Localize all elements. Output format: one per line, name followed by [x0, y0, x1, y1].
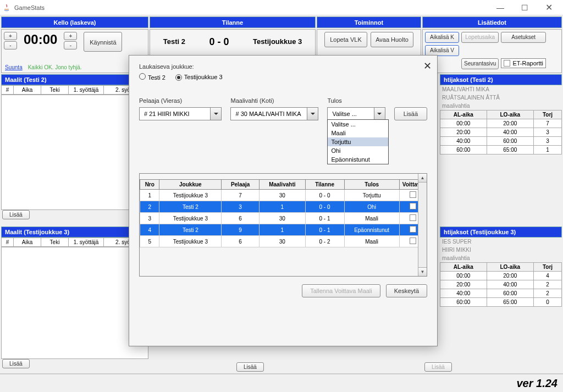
clock-plus-right[interactable]: + — [64, 32, 77, 40]
dropdown-option[interactable]: Maali — [328, 129, 388, 137]
mvj-away-table: AL-aikaLO-aikaTorj 00:0020:004 20:0040:0… — [440, 262, 562, 307]
direction-link[interactable]: Suunta — [5, 64, 23, 70]
aikalisa-k-button[interactable]: Aikalisä K — [425, 32, 459, 43]
voittava-checkbox[interactable] — [410, 238, 416, 244]
goals-home-cols: # Aika Teki 1. syöttäjä 2. syöttä — [1, 85, 148, 95]
seurantasivu-button[interactable]: Seurantasivu — [461, 58, 499, 69]
dropdown-option[interactable]: Torjuttu — [328, 137, 388, 146]
table-row[interactable]: 2Testi 2310 - 0Ohi — [140, 201, 427, 213]
clock-minus-left[interactable]: - — [4, 41, 17, 49]
minimize-button[interactable]: — — [488, 0, 512, 15]
mvj-home-box: htijaksot (Testi 2) MAALIVAHTI MIKA RUÅT… — [440, 74, 562, 154]
close-button[interactable]: ✕ — [537, 0, 561, 15]
dropdown-option[interactable]: Ohi — [328, 146, 388, 155]
shots-table: Nro Joukkue Pelaaja Maalivahti Tilanne T… — [140, 179, 427, 247]
modal-lisaa-button[interactable]: Lisää — [394, 107, 427, 120]
goals-away-box: Maalit (Testijoukkue 3) # Aika Teki 1. s… — [1, 227, 148, 368]
scroll-down-icon[interactable]: ▼ — [418, 267, 427, 276]
shots-table-wrap: Nro Joukkue Pelaaja Maalivahti Tilanne T… — [139, 173, 427, 277]
tallenna-button[interactable]: Tallenna Voittava Maali — [302, 284, 380, 297]
table-row[interactable]: 3Testijoukkue 36300 - 1Maali — [140, 213, 427, 224]
java-icon — [2, 3, 11, 12]
voittava-checkbox[interactable] — [410, 226, 416, 233]
radio-testi2[interactable]: Testi 2 — [139, 73, 165, 81]
table-row[interactable]: 1Testijoukkue 37300 - 0Torjuttu — [140, 190, 427, 201]
maximize-button[interactable]: ☐ — [512, 0, 537, 15]
dropdown-option[interactable]: Valitse ... — [328, 120, 388, 129]
score: 0 - 0 — [209, 32, 229, 48]
voittava-checkbox[interactable] — [410, 203, 416, 209]
bottom-lisaa-center[interactable]: Lisää — [236, 362, 264, 372]
mvj-away-box: htijaksot (Testijoukkue 3) IES SUPER HII… — [440, 227, 562, 307]
lisatiedot-header: Lisätiedot — [422, 16, 562, 28]
toiminnot-header: Toiminnot — [317, 16, 421, 28]
lopetusaika-button[interactable]: Lopetusaika — [461, 32, 499, 43]
chevron-down-icon[interactable] — [374, 108, 385, 120]
table-row[interactable]: 5Testijoukkue 36300 - 2Maali — [140, 236, 427, 247]
mvj-home-header: htijaksot (Testi 2) — [440, 74, 562, 85]
clock-plus-left[interactable]: + — [4, 32, 17, 40]
goals-home-header: Maalit (Testi 2) — [1, 74, 148, 85]
clock-panel: + - 00:00 + - Käynnistä Suunta Kaikki OK… — [1, 29, 148, 73]
clock-minus-right[interactable]: - — [64, 41, 77, 49]
chevron-down-icon[interactable] — [210, 108, 221, 120]
aikalisa-v-button[interactable]: Aikalisä V — [425, 45, 459, 56]
tulos-dropdown[interactable]: Valitse ... Maali Torjuttu Ohi Epäonnist… — [327, 119, 389, 164]
away-team: Testijoukkue 3 — [253, 32, 302, 46]
tilanne-header: Tilanne — [150, 16, 316, 28]
avaa-huolto-button[interactable]: Avaa Huolto — [371, 32, 413, 47]
scroll-up-icon[interactable]: ▲ — [418, 174, 427, 183]
laukaiseva-label: Laukaiseva joukkue: — [139, 63, 427, 70]
goals-home-lisaa[interactable]: Lisää — [2, 210, 30, 219]
dropdown-option[interactable]: Epäonnistunut — [328, 155, 388, 164]
dialog-close-icon[interactable]: ✕ — [423, 60, 432, 72]
lisatiedot-panel: Aikalisä K Aikalisä V . Lopetusaika . Se… — [422, 29, 562, 73]
lopeta-vlk-button[interactable]: Lopeta VLK — [324, 32, 367, 47]
clock-header: Kello (laskeva) — [1, 16, 148, 28]
window-title: GameStats — [14, 4, 488, 11]
mvj-home-table: AL-aikaLO-aikaTorj 00:0020:007 20:0040:0… — [440, 110, 562, 154]
keskeyta-button[interactable]: Keskeytä — [386, 284, 427, 297]
shot-dialog: ✕ Laukaiseva joukkue: Testi 2 Testijoukk… — [129, 55, 438, 346]
version-label: ver 1.24 — [516, 377, 558, 390]
voittava-checkbox[interactable] — [410, 191, 416, 198]
pelaaja-select[interactable]: # 21 HIIRI MIKKI — [139, 107, 222, 120]
titlebar: GameStats — ☐ ✕ — [0, 0, 563, 15]
start-button[interactable]: Käynnistä — [84, 32, 122, 52]
et-raportti-checkbox[interactable]: ET-Raportti — [501, 58, 546, 68]
asetukset-button[interactable]: Asetukset — [501, 32, 546, 43]
goals-away-header: Maalit (Testijoukkue 3) — [1, 227, 148, 238]
goals-away-cols: # Aika Teki 1. syöttäjä 2. syöttä — [1, 238, 148, 247]
table-scrollbar[interactable]: ▲ ▼ — [418, 174, 427, 276]
mvj-away-header: htijaksot (Testijoukkue 3) — [440, 227, 562, 238]
goals-home-box: Maalit (Testi 2) # Aika Teki 1. syöttäjä… — [1, 74, 148, 219]
status-text: Kaikki OK. Jono tyhjä. — [28, 64, 82, 70]
tulos-select[interactable]: Valitse ... — [327, 107, 385, 120]
bottom-lisaa-right[interactable]: Lisää — [424, 362, 452, 372]
table-row[interactable]: 4Testi 2910 - 1Epäonnistunut — [140, 224, 427, 236]
radio-testijoukkue3[interactable]: Testijoukkue 3 — [175, 74, 223, 81]
voittava-checkbox[interactable] — [410, 214, 416, 221]
goals-away-lisaa[interactable]: Lisää — [2, 359, 30, 368]
chevron-down-icon[interactable] — [307, 108, 318, 120]
maalivahti-select[interactable]: # 30 MAALIVAHTI MIKA — [230, 107, 318, 120]
home-team: Testi 2 — [163, 32, 185, 46]
